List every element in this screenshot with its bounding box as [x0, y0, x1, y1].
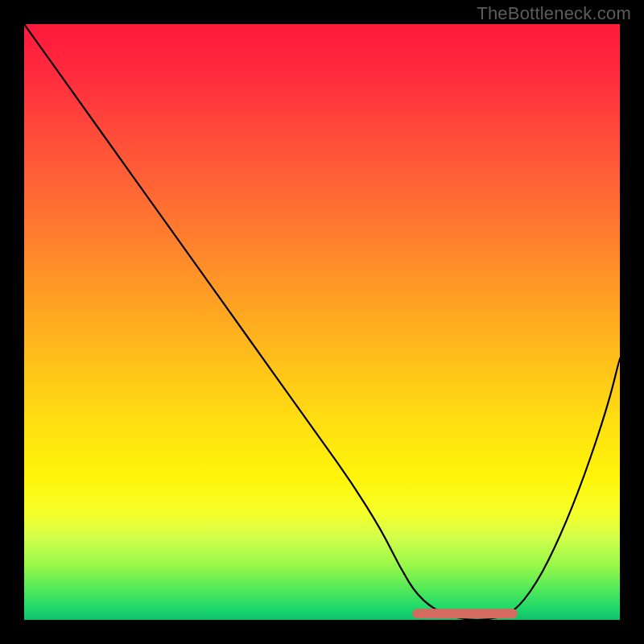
- plot-svg: [24, 24, 620, 620]
- chart-frame: TheBottleneck.com: [0, 0, 644, 644]
- plot-area: [24, 24, 620, 620]
- bottleneck-curve: [24, 24, 620, 620]
- watermark-text: TheBottleneck.com: [477, 3, 631, 24]
